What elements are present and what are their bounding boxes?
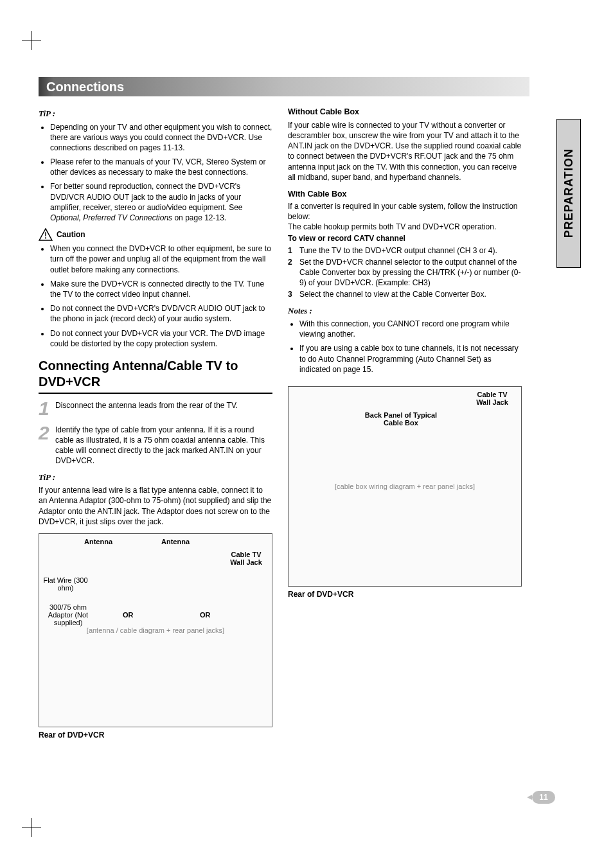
left-column: TiP : Depending on your TV and other equ…	[39, 103, 272, 740]
paragraph: If a converter is required in your cable…	[288, 201, 522, 222]
caution-item: When you connect the DVD+VCR to other eq…	[50, 244, 272, 275]
subheading-catv: To view or record CATV channel	[288, 233, 522, 244]
tip-item: Depending on your TV and other equipment…	[50, 122, 272, 154]
crop-mark-top-left	[31, 31, 51, 50]
step: 2 Identify the type of cable from your a…	[39, 423, 272, 466]
tip-list: Depending on your TV and other equipment…	[39, 122, 272, 224]
subheading-with-cable-box: With Cable Box	[288, 189, 522, 200]
caution-heading: Caution	[39, 228, 272, 241]
fig-label-adaptor: 300/75 ohm Adaptor (Not supplied)	[40, 603, 96, 626]
page-number-badge: 11	[532, 791, 555, 804]
fig-label-wall-jack: Cable TV Wall Jack	[470, 391, 515, 406]
paragraph: If your cable wire is connected to your …	[288, 120, 522, 182]
fig-label-cable-wall-jack: Cable TV Wall Jack	[227, 551, 265, 566]
tip-label: TiP :	[39, 472, 272, 483]
subheading-without-cable-box: Without Cable Box	[288, 107, 522, 118]
notes-list: With this connection, you CANNOT record …	[288, 319, 522, 375]
caution-item: Make sure the DVD+VCR is connected direc…	[50, 279, 272, 299]
caution-list: When you connect the DVD+VCR to other eq…	[39, 244, 272, 349]
caution-item: Do not connect your DVD+VCR via your VCR…	[50, 328, 272, 349]
content-columns: TiP : Depending on your TV and other equ…	[39, 103, 522, 740]
fig-label-or-2: OR	[200, 611, 211, 619]
page: PREPARATION Connections TiP : Depending …	[0, 0, 613, 868]
step-text: Set the DVD+VCR channel selector to the …	[299, 257, 522, 288]
notes-label: Notes :	[288, 305, 522, 317]
step-number: 3	[288, 289, 296, 299]
step-number: 1	[288, 245, 296, 256]
warning-icon	[39, 228, 53, 241]
right-column: Without Cable Box If your cable wire is …	[288, 103, 522, 740]
page-title: Connections	[46, 78, 124, 96]
caution-item: Do not connect the DVD+VCR's DVD/VCR AUD…	[50, 303, 272, 324]
tip-label: TiP :	[39, 108, 272, 120]
paragraph: The cable hookup permits both TV and DVD…	[288, 222, 522, 232]
ordered-steps: 1Tune the TV to the DVD+VCR output chann…	[288, 245, 522, 300]
figure-caption: Rear of DVD+VCR	[288, 589, 522, 599]
step-text: Select the channel to view at the Cable …	[299, 289, 486, 299]
note-item: With this connection, you CANNOT record …	[299, 319, 522, 339]
figure-caption: Rear of DVD+VCR	[39, 730, 272, 740]
caution-label: Caution	[57, 229, 85, 240]
figure-cable-box-diagram: Cable TV Wall Jack Back Panel of Typical…	[288, 386, 522, 599]
note-item: If you are using a cable box to tune cha…	[299, 343, 522, 375]
page-number: 11	[532, 791, 555, 804]
step-text: Tune the TV to the DVD+VCR output channe…	[299, 245, 497, 256]
figure-box: Antenna Antenna Cable TV Wall Jack Flat …	[39, 533, 272, 727]
fig-label-flat-wire: Flat Wire (300 ohm)	[43, 576, 88, 592]
fig-label-cable-box-back: Back Panel of Typical Cable Box	[359, 411, 443, 427]
page-title-bar: Connections	[39, 77, 529, 96]
tip-item: For better sound reproduction, connect t…	[50, 181, 272, 223]
tip-item-text: For better sound reproduction, connect t…	[50, 182, 243, 222]
step-number: 2	[39, 423, 51, 466]
list-item: 3Select the channel to view at the Cable…	[288, 289, 522, 299]
fig-label-antenna-b: Antenna	[161, 538, 190, 545]
list-item: 2Set the DVD+VCR channel selector to the…	[288, 257, 522, 288]
list-item: 1Tune the TV to the DVD+VCR output chann…	[288, 245, 522, 256]
figure-box: Cable TV Wall Jack Back Panel of Typical…	[288, 386, 522, 587]
figure-antenna-diagram: Antenna Antenna Cable TV Wall Jack Flat …	[39, 533, 272, 740]
step-number: 2	[288, 257, 296, 288]
fig-label-antenna-a: Antenna	[84, 538, 112, 545]
figure-placeholder: [cable box wiring diagram + rear panel j…	[335, 482, 475, 492]
tip-paragraph: If your antenna lead wire is a flat type…	[39, 485, 272, 527]
crop-mark-bottom-left	[31, 818, 51, 837]
step-text: Identify the type of cable from your ant…	[55, 423, 272, 466]
section-heading: Connecting Antenna/Cable TV to DVD+VCR	[39, 358, 272, 390]
svg-point-1	[45, 238, 46, 239]
fig-label-or-1: OR	[123, 611, 134, 619]
section-tab: PREPARATION	[556, 119, 581, 268]
step: 1 Disconnect the antenna leads from the …	[39, 399, 272, 418]
tip-item: Please refer to the manuals of your TV, …	[50, 157, 272, 177]
step-number: 1	[39, 399, 51, 418]
section-rule	[39, 393, 272, 394]
step-text: Disconnect the antenna leads from the re…	[55, 399, 272, 418]
figure-placeholder: [antenna / cable diagram + rear panel ja…	[87, 626, 224, 635]
section-tab-label: PREPARATION	[561, 148, 576, 238]
